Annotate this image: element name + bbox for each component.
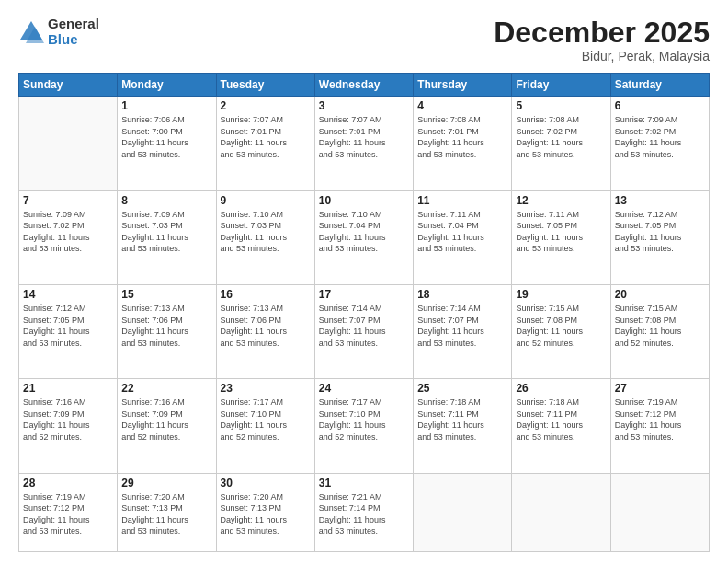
day-number: 14 [23,288,113,301]
calendar-cell: 27Sunrise: 7:19 AM Sunset: 7:12 PM Dayli… [610,379,709,473]
day-number: 4 [417,99,507,112]
calendar-cell: 29Sunrise: 7:20 AM Sunset: 7:13 PM Dayli… [118,473,216,551]
day-info: Sunrise: 7:14 AM Sunset: 7:07 PM Dayligh… [319,303,409,349]
calendar-cell: 16Sunrise: 7:13 AM Sunset: 7:06 PM Dayli… [216,284,314,378]
day-number: 27 [615,382,705,395]
day-info: Sunrise: 7:21 AM Sunset: 7:14 PM Dayligh… [319,491,409,537]
day-number: 3 [319,99,409,112]
calendar-cell: 23Sunrise: 7:17 AM Sunset: 7:10 PM Dayli… [216,379,314,473]
logo: General Blue [18,17,99,47]
day-info: Sunrise: 7:18 AM Sunset: 7:11 PM Dayligh… [516,396,606,442]
day-number: 17 [319,288,409,301]
logo-blue-text: Blue [48,32,99,48]
day-number: 13 [615,194,705,207]
day-info: Sunrise: 7:11 AM Sunset: 7:04 PM Dayligh… [417,209,507,255]
day-number: 11 [417,194,507,207]
calendar-cell: 5Sunrise: 7:08 AM Sunset: 7:02 PM Daylig… [512,97,610,190]
calendar-cell: 9Sunrise: 7:10 AM Sunset: 7:03 PM Daylig… [216,190,314,284]
calendar-cell: 10Sunrise: 7:10 AM Sunset: 7:04 PM Dayli… [314,190,413,284]
calendar-header-row: Sunday Monday Tuesday Wednesday Thursday… [19,74,710,97]
calendar-cell: 26Sunrise: 7:18 AM Sunset: 7:11 PM Dayli… [512,379,610,473]
day-number: 22 [121,382,211,395]
calendar-cell: 3Sunrise: 7:07 AM Sunset: 7:01 PM Daylig… [314,97,413,190]
calendar-cell: 19Sunrise: 7:15 AM Sunset: 7:08 PM Dayli… [512,284,610,378]
day-info: Sunrise: 7:12 AM Sunset: 7:05 PM Dayligh… [23,303,113,349]
col-friday: Friday [512,74,610,97]
day-info: Sunrise: 7:08 AM Sunset: 7:02 PM Dayligh… [516,114,606,160]
calendar-cell: 15Sunrise: 7:13 AM Sunset: 7:06 PM Dayli… [118,284,216,378]
location: Bidur, Perak, Malaysia [494,49,710,63]
calendar-cell: 1Sunrise: 7:06 AM Sunset: 7:00 PM Daylig… [118,97,216,190]
calendar-table: Sunday Monday Tuesday Wednesday Thursday… [18,73,710,552]
calendar-cell: 31Sunrise: 7:21 AM Sunset: 7:14 PM Dayli… [314,473,413,551]
day-info: Sunrise: 7:20 AM Sunset: 7:13 PM Dayligh… [221,491,311,537]
day-info: Sunrise: 7:15 AM Sunset: 7:08 PM Dayligh… [615,303,705,349]
day-info: Sunrise: 7:14 AM Sunset: 7:07 PM Dayligh… [417,303,507,349]
calendar-week-row-4: 28Sunrise: 7:19 AM Sunset: 7:12 PM Dayli… [19,473,710,551]
day-info: Sunrise: 7:09 AM Sunset: 7:03 PM Dayligh… [121,209,211,255]
day-info: Sunrise: 7:16 AM Sunset: 7:09 PM Dayligh… [23,396,113,442]
day-number: 12 [516,194,606,207]
day-info: Sunrise: 7:18 AM Sunset: 7:11 PM Dayligh… [417,396,507,442]
calendar-cell: 13Sunrise: 7:12 AM Sunset: 7:05 PM Dayli… [610,190,709,284]
day-number: 18 [417,288,507,301]
day-info: Sunrise: 7:10 AM Sunset: 7:03 PM Dayligh… [221,209,311,255]
calendar-week-row-3: 21Sunrise: 7:16 AM Sunset: 7:09 PM Dayli… [19,379,710,473]
calendar-cell: 6Sunrise: 7:09 AM Sunset: 7:02 PM Daylig… [610,97,709,190]
calendar-cell: 14Sunrise: 7:12 AM Sunset: 7:05 PM Dayli… [19,284,118,378]
col-wednesday: Wednesday [314,74,413,97]
calendar-cell: 4Sunrise: 7:08 AM Sunset: 7:01 PM Daylig… [414,97,512,190]
col-monday: Monday [118,74,216,97]
logo-icon [18,19,44,45]
calendar-cell: 17Sunrise: 7:14 AM Sunset: 7:07 PM Dayli… [314,284,413,378]
calendar-cell: 24Sunrise: 7:17 AM Sunset: 7:10 PM Dayli… [314,379,413,473]
calendar-week-row-2: 14Sunrise: 7:12 AM Sunset: 7:05 PM Dayli… [19,284,710,378]
day-number: 29 [121,477,211,489]
calendar-cell: 11Sunrise: 7:11 AM Sunset: 7:04 PM Dayli… [414,190,512,284]
month-title: December 2025 [494,17,710,49]
calendar-cell: 21Sunrise: 7:16 AM Sunset: 7:09 PM Dayli… [19,379,118,473]
calendar-cell [19,97,118,190]
day-info: Sunrise: 7:09 AM Sunset: 7:02 PM Dayligh… [615,114,705,160]
day-info: Sunrise: 7:09 AM Sunset: 7:02 PM Dayligh… [23,209,113,255]
day-number: 19 [516,288,606,301]
day-info: Sunrise: 7:19 AM Sunset: 7:12 PM Dayligh… [23,491,113,537]
day-info: Sunrise: 7:10 AM Sunset: 7:04 PM Dayligh… [319,209,409,255]
day-number: 28 [23,477,113,489]
day-number: 8 [121,194,211,207]
calendar-cell: 30Sunrise: 7:20 AM Sunset: 7:13 PM Dayli… [216,473,314,551]
col-tuesday: Tuesday [216,74,314,97]
day-info: Sunrise: 7:17 AM Sunset: 7:10 PM Dayligh… [221,396,311,442]
page: General Blue December 2025 Bidur, Perak,… [0,0,728,563]
calendar-cell: 18Sunrise: 7:14 AM Sunset: 7:07 PM Dayli… [414,284,512,378]
calendar-cell: 7Sunrise: 7:09 AM Sunset: 7:02 PM Daylig… [19,190,118,284]
day-info: Sunrise: 7:19 AM Sunset: 7:12 PM Dayligh… [615,396,705,442]
day-number: 24 [319,382,409,395]
day-number: 2 [221,99,311,112]
day-info: Sunrise: 7:13 AM Sunset: 7:06 PM Dayligh… [221,303,311,349]
day-number: 21 [23,382,113,395]
header-right: December 2025 Bidur, Perak, Malaysia [494,17,710,63]
day-number: 20 [615,288,705,301]
day-number: 16 [221,288,311,301]
col-thursday: Thursday [414,74,512,97]
calendar-cell: 28Sunrise: 7:19 AM Sunset: 7:12 PM Dayli… [19,473,118,551]
day-info: Sunrise: 7:06 AM Sunset: 7:00 PM Dayligh… [121,114,211,160]
day-number: 5 [516,99,606,112]
day-number: 1 [121,99,211,112]
day-info: Sunrise: 7:11 AM Sunset: 7:05 PM Dayligh… [516,209,606,255]
day-number: 31 [319,477,409,489]
day-info: Sunrise: 7:12 AM Sunset: 7:05 PM Dayligh… [615,209,705,255]
header: General Blue December 2025 Bidur, Perak,… [18,17,710,63]
day-info: Sunrise: 7:20 AM Sunset: 7:13 PM Dayligh… [121,491,211,537]
calendar-cell: 12Sunrise: 7:11 AM Sunset: 7:05 PM Dayli… [512,190,610,284]
logo-text: General Blue [48,17,99,47]
day-number: 30 [221,477,311,489]
day-info: Sunrise: 7:16 AM Sunset: 7:09 PM Dayligh… [121,396,211,442]
day-number: 15 [121,288,211,301]
calendar-cell: 20Sunrise: 7:15 AM Sunset: 7:08 PM Dayli… [610,284,709,378]
day-number: 9 [221,194,311,207]
calendar-cell [512,473,610,551]
day-number: 25 [417,382,507,395]
calendar-cell [414,473,512,551]
